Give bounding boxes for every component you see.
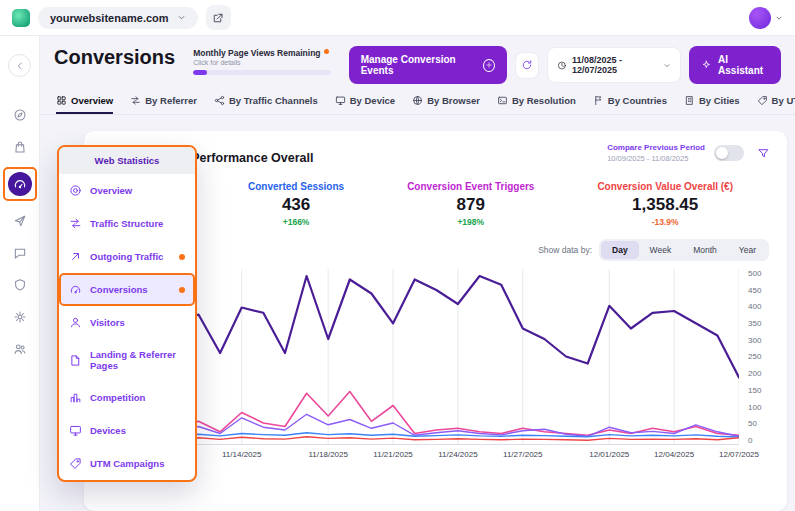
chat-icon [13, 246, 27, 260]
tag-icon [69, 457, 82, 470]
tab-by-resolution[interactable]: By Resolution [497, 88, 576, 114]
x-axis-label: 12/04/2025 [654, 450, 694, 459]
ai-assistant-button[interactable]: AI Assistant [689, 46, 781, 84]
tab-by-browser[interactable]: By Browser [412, 88, 480, 114]
menu-item-utm-campaigns[interactable]: UTM Campaigns [59, 447, 195, 480]
menu-item-traffic-structure[interactable]: Traffic Structure [59, 207, 195, 240]
speedometer-icon [69, 283, 82, 296]
person-icon [69, 316, 82, 329]
manage-button-label: Manage Conversion Events [361, 54, 477, 76]
tab-by-countries[interactable]: By Countries [593, 88, 667, 114]
y-axis: 500450400350300250200150100500 [739, 269, 773, 445]
tab-by-referrer[interactable]: By Referrer [130, 88, 197, 114]
account-area [749, 7, 783, 29]
chevron-left-icon [14, 60, 26, 72]
monitor-icon [335, 95, 346, 106]
sidebar-item-chat[interactable] [8, 241, 32, 265]
funnel-icon [757, 147, 770, 160]
gear-icon [13, 310, 27, 324]
sidebar-item-users[interactable] [8, 337, 32, 361]
bag-icon [13, 140, 27, 154]
page-views-sublabel[interactable]: Click for details [193, 59, 331, 66]
shield-icon [13, 278, 27, 292]
tab-label: By Referrer [145, 95, 197, 106]
speedometer-icon [13, 177, 27, 191]
tab-label: Overview [71, 95, 113, 106]
filter-button[interactable] [753, 143, 773, 163]
x-axis-label: 11/21/2025 [373, 450, 412, 459]
metric-delta: +198% [407, 217, 534, 227]
date-range-label: 11/08/2025 - 12/07/2025 [572, 55, 659, 75]
menu-item-devices[interactable]: Devices [59, 414, 195, 447]
monitor-icon [69, 424, 82, 437]
date-range-picker[interactable]: 11/08/2025 - 12/07/2025 [547, 47, 681, 83]
sidebar-item-security[interactable] [8, 273, 32, 297]
page-title: Conversions [54, 46, 175, 69]
sidebar-item-web-statistics[interactable] [8, 172, 32, 196]
sidebar-item-orders[interactable] [8, 135, 32, 159]
x-axis-label: 11/18/2025 [308, 450, 347, 459]
menu-item-outgoing-traffic[interactable]: Outgoing Traffic [59, 240, 195, 273]
metric-label: Converted Sessions [248, 181, 344, 192]
nodes-icon [214, 95, 225, 106]
menu-item-competition[interactable]: Competition [59, 381, 195, 414]
menu-item-label: Visitors [90, 317, 125, 328]
sidebar-item-settings[interactable] [8, 305, 32, 329]
granularity-week[interactable]: Week [639, 241, 683, 259]
website-selector[interactable]: yourwebsitename.com [38, 7, 198, 29]
avatar[interactable] [749, 7, 771, 29]
y-axis-label: 150 [748, 386, 773, 395]
tab-overview[interactable]: Overview [56, 88, 113, 114]
chevron-down-icon[interactable] [775, 14, 783, 22]
open-website-button[interactable] [206, 5, 231, 30]
plus-icon [483, 59, 495, 72]
granularity-day[interactable]: Day [601, 241, 639, 259]
metric-conversion-value-overall: Conversion Value Overall (€) 1,358.45 -1… [597, 181, 733, 227]
tab-label: By Cities [699, 95, 740, 106]
granularity-month[interactable]: Month [682, 241, 728, 259]
arrows-icon [69, 217, 82, 230]
granularity-control: Day Week Month Year [599, 239, 769, 261]
metric-converted-sessions: Converted Sessions 436 +166% [248, 181, 344, 227]
y-axis-label: 250 [748, 352, 773, 361]
refresh-button[interactable] [515, 52, 539, 79]
menu-item-overview[interactable]: Overview [59, 174, 195, 207]
grid-icon [56, 95, 67, 106]
icon-sidebar [0, 36, 40, 511]
metric-value: 436 [248, 195, 344, 215]
y-axis-label: 350 [748, 319, 773, 328]
menu-item-label: Landing & Referrer Pages [90, 349, 185, 371]
tab-by-traffic-channels[interactable]: By Traffic Channels [214, 88, 318, 114]
menu-item-visitors[interactable]: Visitors [59, 306, 195, 339]
y-axis-label: 0 [748, 436, 773, 445]
tab-by-cities[interactable]: By Cities [684, 88, 740, 114]
metric-label: Conversion Event Triggers [407, 181, 534, 192]
menu-item-label: Conversions [90, 284, 148, 295]
compare-toggle[interactable] [714, 145, 744, 161]
x-axis-label: 11/27/2025 [503, 450, 542, 459]
collapse-sidebar-button[interactable] [8, 54, 31, 77]
metric-delta: -13.9% [597, 217, 733, 227]
refresh-icon [521, 59, 533, 71]
external-link-icon [212, 12, 224, 24]
x-axis-label: 12/01/2025 [589, 450, 629, 459]
y-axis-label: 450 [748, 286, 773, 295]
menu-item-conversions[interactable]: Conversions [59, 273, 195, 306]
website-selector-label: yourwebsitename.com [50, 12, 169, 24]
screen-icon [497, 95, 508, 106]
chart-line-dark-purple [112, 276, 739, 378]
tab-label: By Countries [608, 95, 667, 106]
menu-item-landing-referrer-pages[interactable]: Landing & Referrer Pages [59, 339, 195, 381]
chevron-down-icon [663, 61, 671, 70]
tab-by-utm-campaign[interactable]: By UTM Campaign [757, 88, 795, 114]
tab-by-device[interactable]: By Device [335, 88, 395, 114]
metric-value: 879 [407, 195, 534, 215]
manage-conversion-events-button[interactable]: Manage Conversion Events [349, 46, 507, 84]
chart-plot-area[interactable] [112, 269, 739, 445]
sidebar-item-campaigns[interactable] [8, 209, 32, 233]
page-views-widget[interactable]: Monthly Page Views Remaining Click for d… [193, 48, 331, 75]
show-data-by-label: Show data by: [538, 245, 592, 255]
granularity-year[interactable]: Year [728, 241, 767, 259]
users-icon [13, 342, 27, 356]
sidebar-item-dashboard[interactable] [8, 103, 32, 127]
